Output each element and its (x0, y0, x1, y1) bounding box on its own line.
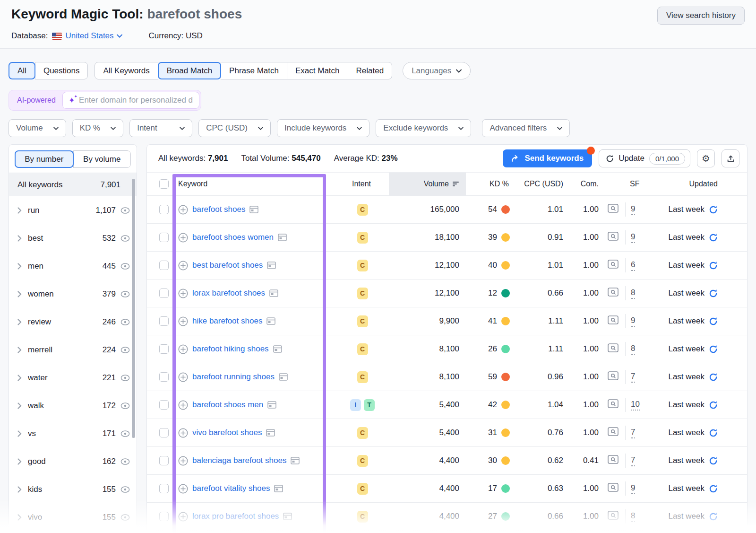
refresh-icon[interactable] (709, 428, 718, 437)
cpc-filter-dropdown[interactable]: CPC (USD) (198, 119, 271, 137)
add-keyword-icon[interactable] (178, 512, 188, 522)
sf-value[interactable]: 9 (631, 483, 635, 494)
keyword-link[interactable]: vivo barefoot shoes (192, 428, 262, 437)
sidebar-all-keywords-row[interactable]: All keywords 7,901 (9, 173, 137, 196)
sf-value[interactable]: 10 (631, 400, 640, 411)
exclude-keywords-dropdown[interactable]: Exclude keywords (376, 119, 471, 137)
row-checkbox[interactable] (159, 288, 169, 298)
add-keyword-icon[interactable] (178, 400, 188, 410)
serp-window-icon[interactable] (266, 317, 275, 325)
serp-window-icon[interactable] (266, 429, 275, 437)
sidebar-scrollbar[interactable] (132, 179, 135, 438)
sidebar-item-best[interactable]: best532 (9, 224, 137, 252)
eye-icon[interactable] (120, 458, 130, 465)
sidebar-item-vs[interactable]: vs171 (9, 419, 137, 447)
sidebar-item-run[interactable]: run1,107 (9, 196, 137, 224)
select-all-checkbox[interactable] (159, 179, 169, 189)
serp-window-icon[interactable] (283, 513, 292, 520)
chevron-right-icon[interactable] (17, 263, 28, 270)
column-header-updated[interactable]: Updated (641, 173, 747, 195)
row-checkbox[interactable] (159, 205, 169, 214)
sidebar-item-merrell[interactable]: merrell224 (9, 336, 137, 364)
keyword-link[interactable]: barefoot hiking shoes (192, 344, 269, 354)
kd-filter-dropdown[interactable]: KD % (72, 119, 123, 137)
row-checkbox[interactable] (159, 484, 169, 493)
database-selector[interactable]: United States (66, 31, 122, 41)
add-keyword-icon[interactable] (178, 428, 188, 438)
serp-window-icon[interactable] (269, 289, 278, 297)
sidebar-item-good[interactable]: good162 (9, 447, 137, 475)
chevron-right-icon[interactable] (17, 347, 28, 353)
row-checkbox[interactable] (159, 344, 169, 354)
chevron-right-icon[interactable] (17, 514, 28, 521)
refresh-icon[interactable] (709, 345, 718, 354)
add-keyword-icon[interactable] (178, 456, 188, 466)
serp-features-icon[interactable] (608, 371, 619, 383)
serp-window-icon[interactable] (267, 262, 276, 269)
refresh-icon[interactable] (709, 261, 718, 270)
serp-window-icon[interactable] (273, 345, 282, 353)
add-keyword-icon[interactable] (178, 233, 188, 243)
send-keywords-button[interactable]: Send keywords (503, 149, 592, 167)
tab-questions[interactable]: Questions (35, 62, 88, 79)
serp-features-icon[interactable] (608, 511, 619, 522)
chevron-right-icon[interactable] (17, 430, 28, 437)
update-button[interactable]: Update 0/1,000 (599, 149, 690, 167)
keyword-link[interactable]: barefoot vitality shoes (192, 484, 270, 493)
advanced-filters-dropdown[interactable]: Advanced filters (482, 119, 570, 137)
eye-icon[interactable] (120, 235, 130, 242)
refresh-icon[interactable] (709, 373, 718, 382)
eye-icon[interactable] (120, 347, 130, 353)
serp-window-icon[interactable] (279, 373, 288, 381)
sidebar-item-vivo[interactable]: vivo155 (9, 503, 137, 531)
add-keyword-icon[interactable] (178, 484, 188, 494)
serp-features-icon[interactable] (608, 260, 619, 271)
refresh-icon[interactable] (709, 289, 718, 298)
sidebar-item-kids[interactable]: kids155 (9, 475, 137, 503)
tab-broad-match[interactable]: Broad Match (158, 62, 221, 79)
serp-features-icon[interactable] (608, 455, 619, 466)
by-number-toggle[interactable]: By number (15, 150, 74, 168)
serp-window-icon[interactable] (274, 485, 283, 492)
row-checkbox[interactable] (159, 261, 169, 270)
row-checkbox[interactable] (159, 400, 169, 410)
export-button[interactable] (722, 149, 739, 167)
chevron-right-icon[interactable] (17, 458, 28, 465)
chevron-right-icon[interactable] (17, 207, 28, 214)
keyword-link[interactable]: lorax barefoot shoes (192, 288, 265, 298)
keyword-link[interactable]: barefoot shoes women (192, 233, 274, 242)
refresh-icon[interactable] (709, 205, 718, 214)
sf-value[interactable]: 9 (631, 204, 635, 215)
eye-icon[interactable] (120, 430, 130, 437)
tab-all-keywords[interactable]: All Keywords (94, 62, 158, 79)
tab-all[interactable]: All (9, 62, 35, 79)
sf-value[interactable]: 7 (631, 372, 635, 383)
column-header-intent[interactable]: Intent (336, 173, 389, 195)
tab-phrase-match[interactable]: Phrase Match (221, 62, 287, 79)
sf-value[interactable]: 8 (631, 288, 635, 299)
add-keyword-icon[interactable] (178, 316, 188, 326)
chevron-right-icon[interactable] (17, 291, 28, 297)
refresh-icon[interactable] (709, 317, 718, 326)
row-checkbox[interactable] (159, 233, 169, 242)
keyword-link[interactable]: lorax pro barefoot shoes (192, 512, 279, 521)
eye-icon[interactable] (120, 402, 130, 409)
view-search-history-button[interactable]: View search history (657, 7, 745, 25)
eye-icon[interactable] (120, 486, 130, 493)
serp-features-icon[interactable] (608, 483, 619, 494)
languages-dropdown[interactable]: Languages (403, 62, 471, 79)
sidebar-item-review[interactable]: review246 (9, 308, 137, 336)
eye-icon[interactable] (120, 375, 130, 381)
chevron-right-icon[interactable] (17, 375, 28, 381)
by-volume-toggle[interactable]: By volume (73, 150, 131, 168)
chevron-right-icon[interactable] (17, 235, 28, 242)
column-header-volume[interactable]: Volume (389, 173, 466, 195)
domain-input[interactable] (79, 96, 193, 105)
eye-icon[interactable] (120, 319, 130, 325)
volume-filter-dropdown[interactable]: Volume (9, 119, 66, 137)
keyword-link[interactable]: best barefoot shoes (192, 261, 263, 270)
refresh-icon[interactable] (709, 484, 718, 493)
sidebar-item-water[interactable]: water221 (9, 364, 137, 392)
sf-value[interactable]: 6 (631, 260, 635, 271)
add-keyword-icon[interactable] (178, 288, 188, 298)
